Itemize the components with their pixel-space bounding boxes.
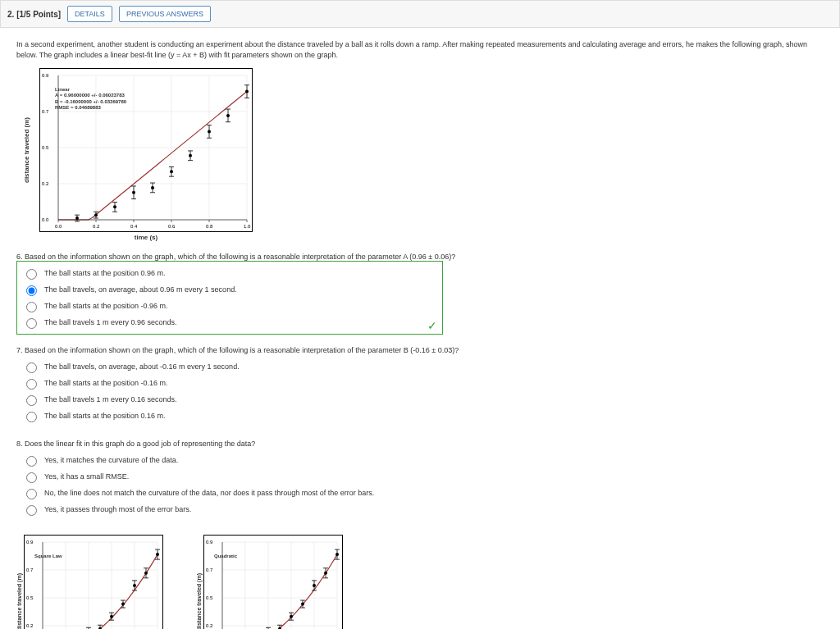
svg-text:0.4: 0.4 [130,224,138,229]
svg-text:0.5: 0.5 [206,595,213,600]
question-number: 2. [1/5 Points] [7,10,61,19]
sg-left-ylabel: distance traveled (m) [16,573,22,629]
q7-opt-2[interactable] [26,395,37,406]
svg-point-55 [189,154,192,157]
correct-check-icon: ✓ [427,319,437,332]
svg-point-31 [75,217,79,220]
svg-point-47 [151,186,154,189]
q6-opt-0-label[interactable]: The ball starts at the position 0.96 m. [44,269,166,277]
svg-point-195 [301,603,304,606]
svg-point-129 [133,584,136,587]
svg-text:0.2: 0.2 [42,181,49,186]
sg-right-ylabel: distance traveled (m) [196,573,202,629]
q7-prompt: 7. Based on the information shown on the… [16,346,824,354]
svg-text:1.0: 1.0 [244,224,251,229]
svg-point-203 [324,572,327,575]
svg-text:0.9: 0.9 [42,73,49,78]
svg-point-191 [290,615,293,618]
svg-point-199 [313,584,316,587]
q7-opt-1[interactable] [26,379,37,390]
quadratic-svg: 0.00.20.40.60.81.00.00.20.50.70.9 [204,536,344,629]
svg-point-51 [170,171,173,174]
svg-point-59 [208,130,211,134]
question-header: 2. [1/5 Points] DETAILS PREVIOUS ANSWERS [0,0,840,28]
q8-opt-2-label[interactable]: No, the line does not match the curvatur… [44,489,374,497]
quadratic-graph: Quadratic 0.00.20.40.60.81.00.00.20.50.7… [203,535,343,629]
q8-prompt: 8. Does the linear fit in this graph do … [16,440,824,448]
q6-opt-1-label[interactable]: The ball travels, on average, about 0.96… [44,285,237,294]
svg-text:0.0: 0.0 [42,217,49,222]
svg-point-63 [226,114,230,117]
svg-point-125 [121,603,125,606]
q7-options: The ball travels, on average, about -0.1… [16,354,443,428]
q8-opt-1-label[interactable]: Yes, it has a small RMSE. [44,472,129,481]
q8-opt-0[interactable] [26,456,37,467]
q6-opt-3[interactable] [26,318,37,329]
q7-opt-1-label[interactable]: The ball starts at the position -0.16 m. [44,379,168,387]
svg-point-137 [156,553,159,556]
details-button[interactable]: DETAILS [67,6,112,22]
q8-options: Yes, it matches the curvature of the dat… [16,448,443,522]
svg-text:0.8: 0.8 [206,224,213,229]
svg-text:0.7: 0.7 [206,567,213,572]
svg-text:0.0: 0.0 [55,224,62,229]
q6-opt-1[interactable] [26,285,37,296]
q8-opt-3-label[interactable]: Yes, it passes through most of the error… [44,505,191,513]
q7-opt-3[interactable] [26,412,37,422]
svg-text:0.2: 0.2 [206,623,213,628]
linear-fit-graph: Linear A = 0.96000000 +/- 0.06023783 B =… [39,68,253,232]
svg-text:0.9: 0.9 [26,540,34,545]
graph1-xlabel: time (s) [39,234,253,241]
q8-opt-3[interactable] [26,505,37,516]
svg-text:0.2: 0.2 [93,224,100,229]
q6-opt-2-label[interactable]: The ball starts at the position -0.96 m. [44,302,168,310]
q7-opt-0-label[interactable]: The ball travels, on average, about -0.1… [44,362,240,371]
q8-opt-2[interactable] [26,489,37,499]
q8-opt-1[interactable] [26,472,37,483]
sg-left-title: Square Law [34,554,62,559]
svg-text:0.6: 0.6 [168,224,176,229]
q7-opt-0[interactable] [26,362,37,373]
svg-point-35 [94,213,98,217]
square-law-graph: Square Law 0.00.20.40.60.81.00.00.20.50.… [24,535,163,629]
svg-point-207 [336,553,339,556]
sg-right-title: Quadratic [214,554,237,559]
svg-text:0.9: 0.9 [206,540,213,545]
svg-text:0.7: 0.7 [26,567,34,572]
q7-opt-2-label[interactable]: The ball travels 1 m every 0.16 seconds. [44,395,177,403]
graph1-ylabel: distance traveled (m) [23,117,30,183]
q7-opt-3-label[interactable]: The ball starts at the position 0.16 m. [44,412,166,420]
svg-text:0.5: 0.5 [26,595,34,600]
svg-text:0.7: 0.7 [42,109,49,114]
q8-opt-0-label[interactable]: Yes, it matches the curvature of the dat… [44,456,178,464]
svg-text:0.5: 0.5 [42,145,49,150]
svg-point-67 [245,90,249,93]
svg-point-43 [132,191,135,194]
problem-intro: In a second experiment, another student … [16,39,824,60]
q6-opt-2[interactable] [26,302,37,312]
q6-opt-0[interactable] [26,269,37,280]
svg-point-121 [110,615,113,618]
small-graph-row: distance traveled (m) Square Law 0.00.20… [16,530,824,629]
previous-answers-button[interactable]: PREVIOUS ANSWERS [119,6,211,22]
q6-prompt: 6. Based on the information shown on the… [16,253,824,261]
fit-parameters: Linear A = 0.96000000 +/- 0.06023783 B =… [55,87,126,111]
square-law-svg: 0.00.20.40.60.81.00.00.20.50.70.9 [25,536,164,629]
svg-point-39 [113,206,116,209]
q6-opt-3-label[interactable]: The ball travels 1 m every 0.96 seconds. [44,318,177,326]
svg-text:0.2: 0.2 [26,623,34,628]
svg-point-133 [144,572,148,575]
q6-options: The ball starts at the position 0.96 m. … [16,261,443,335]
